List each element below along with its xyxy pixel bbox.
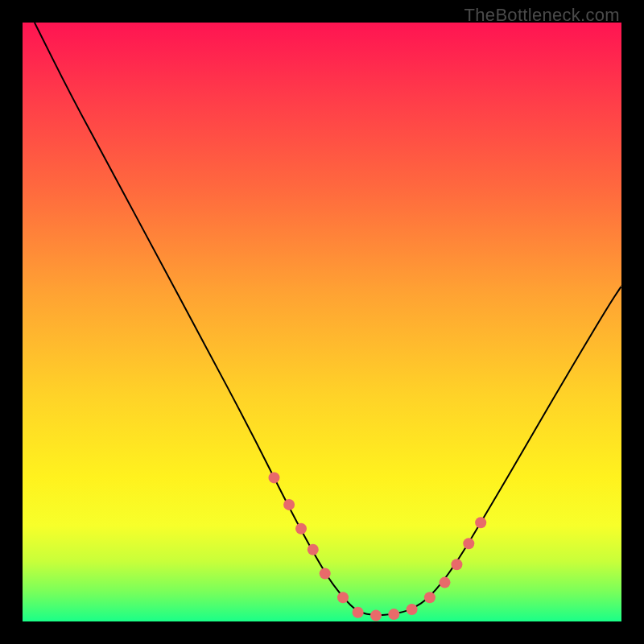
- data-dot: [295, 523, 307, 535]
- watermark-text: TheBottleneck.com: [464, 5, 620, 26]
- data-dot: [283, 499, 295, 510]
- chart-overlay: [23, 23, 621, 621]
- chart-container: TheBottleneck.com: [0, 0, 644, 644]
- data-dot: [475, 517, 486, 528]
- data-dot: [451, 559, 462, 570]
- data-dot: [337, 592, 349, 603]
- data-dot: [370, 610, 382, 621]
- data-dot: [440, 577, 451, 588]
- data-dot: [308, 544, 319, 555]
- data-dot: [463, 538, 474, 549]
- data-dot: [388, 609, 399, 620]
- data-dot: [269, 472, 280, 483]
- dot-group: [269, 472, 487, 621]
- bottleneck-curve: [35, 23, 621, 615]
- data-dot: [320, 568, 331, 580]
- data-dot: [353, 607, 364, 618]
- data-dot: [424, 592, 436, 603]
- data-dot: [407, 604, 418, 615]
